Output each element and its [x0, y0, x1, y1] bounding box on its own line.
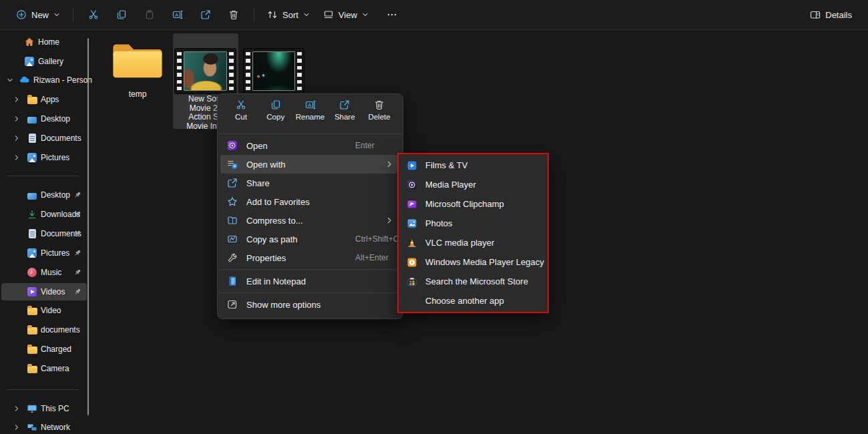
ctx-item-open[interactable]: Open Enter — [220, 136, 400, 155]
context-menu: Cut Copy A Rename Share Delete Open — [217, 93, 403, 319]
paste-button[interactable] — [138, 4, 161, 25]
video-item-2[interactable] — [244, 49, 304, 93]
cut-button[interactable] — [82, 4, 105, 25]
chevron-right-icon[interactable] — [13, 116, 20, 122]
ctx-cut-button[interactable]: Cut — [226, 99, 256, 130]
ctx-item-add-to-favorites[interactable]: Add to Favorites — [220, 192, 400, 211]
details-button[interactable]: Details — [803, 4, 859, 25]
details-button-label: Details — [825, 10, 852, 20]
ctx-item-properties[interactable]: Properties Alt+Enter — [220, 248, 400, 267]
sidebar-item-desktop-pinned[interactable]: Desktop — [1, 186, 87, 204]
menu-item-label: Properties — [246, 253, 286, 263]
sidebar-item-desktop-onedrive[interactable]: Desktop — [1, 110, 87, 128]
menu-separator — [218, 134, 402, 134]
rename-button[interactable]: A — [166, 4, 189, 25]
ctx-item-open-with[interactable]: Open with — [220, 155, 400, 174]
sidebar-item-music[interactable]: Music — [1, 264, 87, 281]
chevron-right-icon[interactable] — [13, 405, 20, 412]
ctx-item-compress-to[interactable]: Compress to... — [220, 211, 400, 230]
sidebar-item-label: Gallery — [38, 57, 63, 66]
chevron-down-icon — [53, 11, 60, 18]
ctx-copy-button[interactable]: Copy — [260, 99, 291, 130]
cut-icon — [236, 99, 246, 110]
vlc-icon — [407, 238, 417, 248]
view-button[interactable]: View — [316, 4, 375, 25]
ctx-item-show-more-options[interactable]: Show more options — [220, 295, 400, 314]
ctx-share-button[interactable]: Share — [329, 99, 360, 130]
sidebar-item-label: Network — [41, 423, 70, 432]
videos-icon — [27, 286, 37, 297]
sidebar-item-home[interactable]: Home — [1, 33, 87, 51]
sort-button[interactable]: Sort — [260, 4, 316, 25]
submenu-item-wmp-legacy[interactable]: Windows Media Player Legacy — [399, 252, 548, 272]
sidebar-item-onedrive[interactable]: Rizwan - Person — [1, 71, 87, 89]
sidebar-item-label: Camera — [41, 364, 69, 373]
sidebar-item-label: Desktop — [41, 190, 70, 200]
sidebar-item-this-pc[interactable]: This PC — [1, 400, 87, 417]
sidebar-separator — [7, 176, 79, 176]
chevron-right-icon[interactable] — [13, 135, 20, 142]
share-button[interactable] — [194, 4, 217, 25]
submenu-item-label: Search the Microsoft Store — [425, 276, 528, 286]
sidebar-scrollbar[interactable] — [87, 38, 89, 415]
submenu-item-photos[interactable]: Photos — [399, 214, 548, 233]
submenu-item-choose-another-app[interactable]: Choose another app — [399, 291, 548, 310]
sidebar-item-documents-pinned[interactable]: Documents — [1, 225, 87, 242]
zip-folder-icon — [227, 215, 238, 226]
see-more-button[interactable] — [381, 4, 403, 25]
ctx-item-share[interactable]: Share — [220, 174, 400, 192]
folder-icon — [27, 363, 37, 374]
sidebar-item-camera-folder[interactable]: Camera — [1, 360, 87, 377]
sidebar-item-documents-folder[interactable]: documents — [1, 321, 87, 339]
sidebar-item-pictures-pinned[interactable]: Pictures — [1, 244, 87, 262]
folder-icon — [27, 344, 37, 355]
submenu-item-label: Choose another app — [425, 296, 504, 306]
toolbar-divider — [254, 7, 254, 22]
delete-button[interactable] — [222, 4, 245, 25]
sidebar-item-label: Videos — [41, 287, 65, 296]
chevron-right-icon[interactable] — [13, 154, 20, 161]
submenu-item-media-player[interactable]: Media Player — [399, 175, 548, 194]
sidebar-item-label: Desktop — [41, 114, 70, 124]
downloads-icon — [27, 209, 37, 220]
file-explorer-window: New A Sort View Details Hom — [0, 0, 868, 434]
chevron-right-icon[interactable] — [13, 424, 20, 431]
svg-text:A: A — [308, 102, 312, 108]
copy-button[interactable] — [110, 4, 133, 25]
folder-item-temp[interactable]: temp — [105, 35, 170, 108]
network-icon — [27, 422, 37, 433]
ctx-rename-button[interactable]: A Rename — [295, 99, 326, 130]
sidebar-item-gallery[interactable]: Gallery — [1, 53, 87, 70]
sidebar-item-video-folder[interactable]: Video — [1, 302, 87, 319]
wmp-legacy-icon — [407, 257, 417, 268]
sidebar-item-label: Home — [38, 37, 59, 47]
ctx-item-copy-as-path[interactable]: Copy as path Ctrl+Shift+C — [220, 230, 400, 248]
chevron-right-icon[interactable] — [13, 96, 20, 103]
sidebar-item-apps[interactable]: Apps — [1, 91, 87, 108]
new-button[interactable]: New — [9, 4, 67, 25]
ctx-delete-button[interactable]: Delete — [364, 99, 395, 130]
share-icon — [339, 99, 350, 110]
view-icon — [323, 9, 334, 20]
home-icon — [24, 37, 35, 47]
open-with-submenu: Films & TV Media Player Microsoft Clipch… — [397, 153, 549, 313]
chevron-down-icon[interactable] — [7, 77, 13, 83]
films-tv-icon — [407, 160, 417, 171]
navigation-pane: Home Gallery Rizwan - Person Apps Deskto… — [0, 30, 95, 434]
show-more-icon — [227, 299, 238, 310]
submenu-item-search-microsoft-store[interactable]: Search the Microsoft Store — [399, 272, 548, 291]
sidebar-item-charged-folder[interactable]: Charged — [1, 341, 87, 358]
quick-label: Cut — [235, 113, 247, 121]
sidebar-item-pictures-onedrive[interactable]: Pictures — [1, 149, 87, 166]
wrench-icon — [227, 252, 238, 263]
submenu-item-microsoft-clipchamp[interactable]: Microsoft Clipchamp — [399, 194, 548, 214]
submenu-item-films-tv[interactable]: Films & TV — [399, 156, 548, 175]
sidebar-item-documents-onedrive[interactable]: Documents — [1, 130, 87, 147]
toolbar-divider — [73, 7, 73, 22]
sidebar-item-downloads[interactable]: Downloads — [1, 206, 87, 223]
sidebar-item-network[interactable]: Network — [1, 419, 87, 434]
sidebar-item-videos-selected[interactable]: Videos — [1, 283, 87, 300]
sort-icon — [267, 9, 278, 20]
submenu-item-vlc[interactable]: VLC media player — [399, 233, 548, 252]
ctx-item-edit-in-notepad[interactable]: Edit in Notepad — [220, 272, 400, 290]
